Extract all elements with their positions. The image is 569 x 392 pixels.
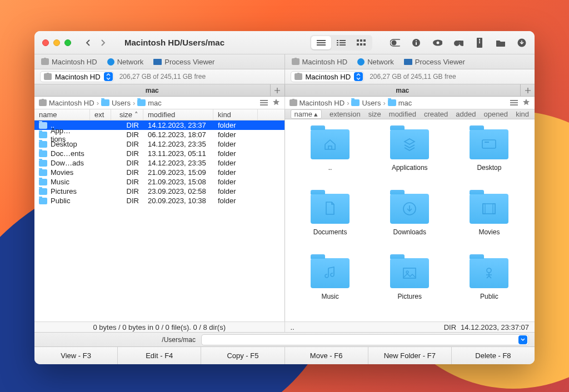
binoculars-icon[interactable] xyxy=(453,38,463,48)
add-tab-button[interactable] xyxy=(270,84,284,96)
folder-icon xyxy=(388,99,396,106)
volume-selector[interactable]: Macintosh HD xyxy=(291,71,365,82)
shelf-left: Macintosh HD Network Process Viewer xyxy=(34,54,284,69)
header-name[interactable]: name ▴ xyxy=(291,109,322,119)
file-row[interactable]: Doc…entsDIR13.11.2023, 05:11folder xyxy=(34,149,284,158)
breadcrumb-right: Macintosh HD › Users › mac xyxy=(284,97,535,109)
folder-icon xyxy=(470,258,508,288)
svg-rect-6 xyxy=(340,42,346,43)
fkey-copy[interactable]: Copy - F5 xyxy=(201,347,284,364)
header-created[interactable]: created xyxy=(424,110,448,118)
list-toggle-icon[interactable] xyxy=(260,99,268,107)
titlebar: Macintosh HD/Users/mac xyxy=(34,31,535,54)
folder-icon xyxy=(390,194,429,224)
icon-header: name ▴ extension size modified created a… xyxy=(285,109,535,119)
grid-item[interactable]: Documents xyxy=(296,194,365,236)
grid-item[interactable]: .. xyxy=(296,129,365,172)
shelf-hd[interactable]: Macintosh HD xyxy=(292,58,348,66)
view-mode-list-icon[interactable] xyxy=(311,36,331,49)
chevron-updown-icon xyxy=(104,72,113,81)
download-icon[interactable] xyxy=(517,38,527,48)
shelf: Macintosh HD Network Process Viewer Maci… xyxy=(34,54,535,69)
file-row[interactable]: MusicDIR21.09.2023, 15:08folder xyxy=(34,177,284,187)
shelf-process[interactable]: Process Viewer xyxy=(153,58,214,66)
file-row[interactable]: DesktopDIR14.12.2023, 23:35folder xyxy=(34,139,284,149)
grid-item[interactable]: Applications xyxy=(376,129,444,172)
window-title: Macintosh HD/Users/mac xyxy=(124,38,224,47)
file-row[interactable]: PublicDIR20.09.2023, 10:38folder xyxy=(34,196,284,205)
grid-item[interactable]: Pictures xyxy=(376,258,444,300)
folder-icon[interactable] xyxy=(496,38,506,48)
header-ext[interactable]: ext xyxy=(90,109,111,120)
view-mode-grid-icon[interactable] xyxy=(351,36,371,49)
crumb-mac[interactable]: mac xyxy=(137,99,162,107)
shelf-hd[interactable]: Macintosh HD xyxy=(41,58,97,66)
header-modified[interactable]: modified xyxy=(389,110,416,118)
close-button[interactable] xyxy=(42,39,49,46)
status-right: .. DIR 14.12.2023, 23:37:07 xyxy=(284,322,535,332)
grid-item[interactable]: Downloads xyxy=(376,194,444,236)
tabbar-left: mac xyxy=(34,84,284,96)
header-size[interactable]: size xyxy=(368,110,381,118)
fkey-delete[interactable]: Delete - F8 xyxy=(452,347,535,364)
shelf-network[interactable]: Network xyxy=(357,58,394,66)
list-toggle-icon[interactable] xyxy=(510,99,518,107)
fkey-view[interactable]: View - F3 xyxy=(34,347,118,364)
favorite-icon[interactable] xyxy=(272,98,280,108)
info-icon[interactable] xyxy=(411,38,421,48)
minimize-button[interactable] xyxy=(53,39,60,46)
fkey-newfolder[interactable]: New Folder - F7 xyxy=(368,347,452,364)
svg-rect-2 xyxy=(317,44,326,46)
header-kind[interactable]: kind xyxy=(213,109,258,120)
file-row[interactable]: Dow…adsDIR14.12.2023, 23:35folder xyxy=(34,158,284,168)
path-input[interactable] xyxy=(201,334,529,345)
svg-rect-1 xyxy=(317,42,326,43)
header-name[interactable]: name xyxy=(34,109,90,120)
header-size[interactable]: size ˄ xyxy=(111,109,143,120)
header-added[interactable]: added xyxy=(456,110,476,118)
favorite-icon[interactable] xyxy=(522,98,530,108)
file-row[interactable]: MoviesDIR21.09.2023, 15:09folder xyxy=(34,168,284,177)
add-tab-button[interactable] xyxy=(520,84,535,96)
crumb-users[interactable]: Users xyxy=(351,99,381,107)
file-row[interactable]: PicturesDIR23.09.2023, 02:58folder xyxy=(34,187,284,196)
folder-icon xyxy=(39,141,47,148)
view-mode-detail-icon[interactable] xyxy=(331,36,351,49)
grid-item[interactable]: Public xyxy=(455,258,523,300)
back-button[interactable] xyxy=(81,36,94,49)
globe-icon xyxy=(357,58,365,66)
tab[interactable]: mac xyxy=(285,84,521,96)
tab[interactable]: mac xyxy=(34,84,270,96)
grid-item[interactable]: Music xyxy=(296,258,365,300)
svg-point-44 xyxy=(487,268,491,273)
header-ext[interactable]: extension xyxy=(330,110,361,118)
file-list[interactable]: ..DIR14.12.2023, 23:37folderApp…tionsDIR… xyxy=(34,120,284,321)
volume-selector[interactable]: Macintosh HD xyxy=(40,71,114,82)
header-opened[interactable]: opened xyxy=(483,110,507,118)
icon-grid[interactable]: ..ApplicationsDesktopDocumentsDownloadsM… xyxy=(285,119,535,321)
zoom-button[interactable] xyxy=(64,39,71,46)
fkey-edit[interactable]: Edit - F4 xyxy=(118,347,201,364)
quicklook-icon[interactable] xyxy=(432,38,442,48)
shelf-process[interactable]: Process Viewer xyxy=(404,58,465,66)
svg-rect-39 xyxy=(483,204,495,214)
forward-button[interactable] xyxy=(97,36,110,49)
svg-point-21 xyxy=(437,41,440,44)
fkey-move[interactable]: Move - F6 xyxy=(285,347,368,364)
sort-asc-icon: ▴ xyxy=(314,110,318,118)
file-row[interactable]: App…tionsDIR06.12.2023, 18:07folder xyxy=(34,130,284,139)
toggle-icon[interactable] xyxy=(390,38,400,48)
crumb-hd[interactable]: Macintosh HD xyxy=(290,99,345,107)
shelf-network[interactable]: Network xyxy=(107,58,144,66)
status-dir: DIR xyxy=(444,323,456,331)
compress-icon[interactable] xyxy=(475,38,485,48)
header-modified[interactable]: modified xyxy=(143,109,213,120)
go-button[interactable] xyxy=(518,335,527,344)
header-kind[interactable]: kind xyxy=(516,110,529,118)
crumb-mac[interactable]: mac xyxy=(388,99,412,107)
grid-item[interactable]: Movies xyxy=(455,194,523,236)
crumb-hd[interactable]: Macintosh HD xyxy=(39,99,94,107)
crumb-users[interactable]: Users xyxy=(101,99,131,107)
grid-item[interactable]: Desktop xyxy=(455,129,523,172)
svg-rect-3 xyxy=(337,40,338,41)
